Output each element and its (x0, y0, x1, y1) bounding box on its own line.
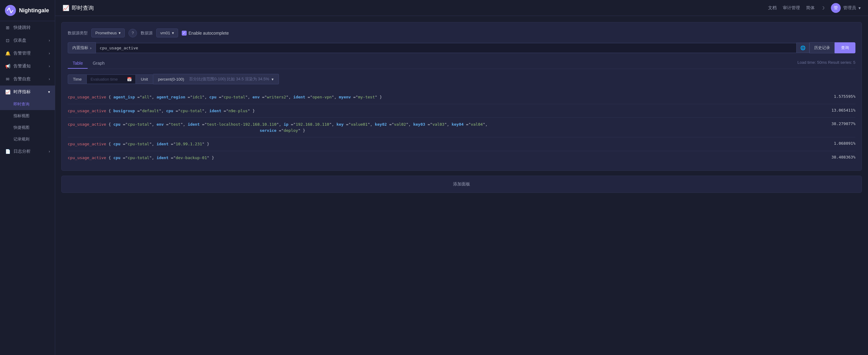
document-icon: 📄 (5, 149, 10, 154)
chevron-down-icon: ▾ (119, 31, 121, 35)
chevron-down-icon: ▾ (272, 77, 274, 82)
results-table: cpu_usage_active { agent_isp ="all", age… (68, 90, 856, 164)
help-button[interactable]: ? (128, 29, 137, 37)
autocomplete-checkbox[interactable]: ✓ (182, 31, 187, 35)
result-value: 1.068091% (819, 141, 856, 146)
result-metric: cpu_usage_active { cpu ="cpu-total", env… (68, 121, 819, 134)
logo-icon (5, 5, 16, 16)
metric-name: cpu_usage_active (68, 142, 106, 146)
datasource-value: vm01 (160, 31, 170, 35)
bell-icon: 🔔 (5, 51, 10, 56)
datasource-type-value: Prometheus (95, 31, 117, 35)
builtin-metrics-label: 内置指标 (72, 45, 88, 51)
datasource-select[interactable]: vm01 ▾ (156, 29, 178, 37)
chevron-right-icon: › (49, 77, 50, 81)
calendar-icon: 📅 (127, 77, 132, 82)
tab-table[interactable]: Table (68, 58, 88, 69)
result-row: cpu_usage_active { cpu ="cpu-total", ide… (68, 137, 856, 151)
chart-line-icon: 📈 (63, 5, 69, 11)
query-controls-row: 数据源类型 Prometheus ▾ ? 数据源 vm01 ▾ ✓ Enable… (68, 29, 856, 37)
result-row: cpu_usage_active { agent_isp ="all", age… (68, 90, 856, 104)
query-panel: 数据源类型 Prometheus ▾ ? 数据源 vm01 ▾ ✓ Enable… (61, 22, 862, 171)
history-button[interactable]: 历史记录 (809, 42, 835, 53)
evaluation-time-input[interactable]: Evaluation time 📅 (87, 75, 136, 84)
add-panel-button[interactable]: 添加面板 (61, 176, 862, 193)
eval-placeholder: Evaluation time (90, 77, 118, 82)
topbar: 📈 即时查询 文档 审计管理 简体 ☽ 管 管理员 ▾ (55, 0, 868, 16)
result-metric: cpu_usage_active { busigroup ="default",… (68, 108, 819, 114)
unit-select[interactable]: percent(0-100) 百分比(值范围0-100) 比如 34.5 渲染为… (153, 74, 279, 84)
query-button[interactable]: 查询 (835, 42, 856, 53)
monitor-icon: ⊡ (5, 38, 10, 43)
chevron-right-icon: › (49, 64, 50, 68)
sidebar-item-label: 告警通知 (13, 63, 31, 69)
envelope-icon: ✉ (5, 76, 10, 82)
topbar-right: 文档 审计管理 简体 ☽ 管 管理员 ▾ (768, 3, 861, 13)
chevron-down-icon: ▾ (859, 5, 861, 10)
sidebar-subitem-instant-query[interactable]: 即时查询 (0, 98, 55, 110)
result-value: 38.408363% (819, 155, 856, 159)
metric-input[interactable] (96, 43, 796, 53)
logo-text: Nightingale (19, 7, 49, 14)
sidebar-item-metrics[interactable]: 📈 时序指标 ▾ (0, 86, 55, 98)
result-metric: cpu_usage_active { agent_isp ="all", age… (68, 94, 819, 100)
autocomplete-checkbox-area[interactable]: ✓ Enable autocomplete (182, 31, 229, 35)
unit-button[interactable]: Unit (136, 75, 153, 84)
sidebar-item-log-analysis[interactable]: 📄 日志分析 › (0, 145, 55, 158)
builtin-metrics-button[interactable]: 内置指标 › (68, 42, 96, 53)
main-area: 📈 即时查询 文档 审计管理 简体 ☽ 管 管理员 ▾ 数据源类型 Promet… (55, 0, 868, 355)
time-label: Time (73, 77, 82, 82)
sidebar-subitem-metric-view[interactable]: 指标视图 (0, 110, 55, 122)
chevron-right-icon: › (49, 149, 50, 154)
sidebar-item-alert-recover[interactable]: ✉ 告警自愈 › (0, 73, 55, 86)
sidebar-item-quick-jump[interactable]: ⊞ 快捷跳转 (0, 21, 55, 34)
docs-link[interactable]: 文档 (768, 5, 777, 11)
metric-name: cpu_usage_active (68, 95, 106, 99)
tabs-meta: Load time: 50ms Result series: 5 (798, 60, 856, 67)
result-value: 38.279077% (819, 121, 856, 126)
datasource-type-label: 数据源类型 (68, 30, 88, 36)
sidebar-item-dashboard[interactable]: ⊡ 仪表盘 › (0, 34, 55, 47)
time-unit-row: Time Evaluation time 📅 Unit percent(0-10… (68, 74, 856, 84)
time-button[interactable]: Time (68, 75, 87, 84)
result-metric: cpu_usage_active { cpu ="cpu-total", ide… (68, 155, 819, 161)
user-menu[interactable]: 管 管理员 ▾ (831, 3, 861, 13)
username: 管理员 (843, 5, 856, 11)
lang-link[interactable]: 简体 (806, 5, 815, 11)
result-value: 1.575595% (819, 94, 856, 99)
globe-button[interactable]: 🌐 (796, 42, 809, 53)
autocomplete-label: Enable autocomplete (188, 31, 229, 35)
metric-name: cpu_usage_active (68, 155, 106, 160)
result-metric: cpu_usage_active { cpu ="cpu-total", ide… (68, 141, 819, 147)
sidebar-item-label: 告警管理 (13, 51, 31, 56)
logo-area: Nightingale (0, 0, 55, 21)
unit-desc: 百分比(值范围0-100) 比如 34.5 渲染为 34.5% (189, 76, 270, 82)
chevron-down-icon: ▾ (48, 90, 50, 94)
content-area: 数据源类型 Prometheus ▾ ? 数据源 vm01 ▾ ✓ Enable… (55, 16, 868, 355)
page-title-area: 📈 即时查询 (63, 4, 94, 12)
sidebar-item-label: 快捷跳转 (13, 25, 31, 30)
audit-link[interactable]: 审计管理 (783, 5, 800, 11)
metric-name: cpu_usage_active (68, 109, 106, 113)
chevron-right-icon: › (90, 46, 91, 50)
unit-label: Unit (141, 77, 148, 82)
datasource-label: 数据源 (141, 30, 153, 36)
check-icon: ✓ (183, 31, 185, 35)
result-row: cpu_usage_active { cpu ="cpu-total", env… (68, 118, 856, 137)
unit-value: percent(0-100) (158, 77, 184, 82)
label-key: agent_isp (114, 95, 135, 99)
megaphone-icon: 📢 (5, 63, 10, 69)
sidebar-subitem-record-rules[interactable]: 记录规则 (0, 134, 55, 145)
moon-icon[interactable]: ☽ (821, 5, 825, 10)
metric-name: cpu_usage_active (68, 122, 106, 127)
sidebar-item-alert-mgmt[interactable]: 🔔 告警管理 › (0, 47, 55, 60)
datasource-type-select[interactable]: Prometheus ▾ (91, 29, 125, 37)
sidebar-subitem-quick-view[interactable]: 快捷视图 (0, 122, 55, 134)
avatar: 管 (831, 3, 841, 13)
sidebar-item-alert-notify[interactable]: 📢 告警通知 › (0, 60, 55, 73)
labels-brace: { (108, 95, 114, 99)
grid-icon: ⊞ (5, 25, 10, 30)
sidebar: Nightingale ⊞ 快捷跳转 ⊡ 仪表盘 › 🔔 告警管理 › 📢 告警… (0, 0, 55, 355)
result-row: cpu_usage_active { busigroup ="default",… (68, 104, 856, 118)
tab-graph[interactable]: Graph (88, 58, 110, 69)
